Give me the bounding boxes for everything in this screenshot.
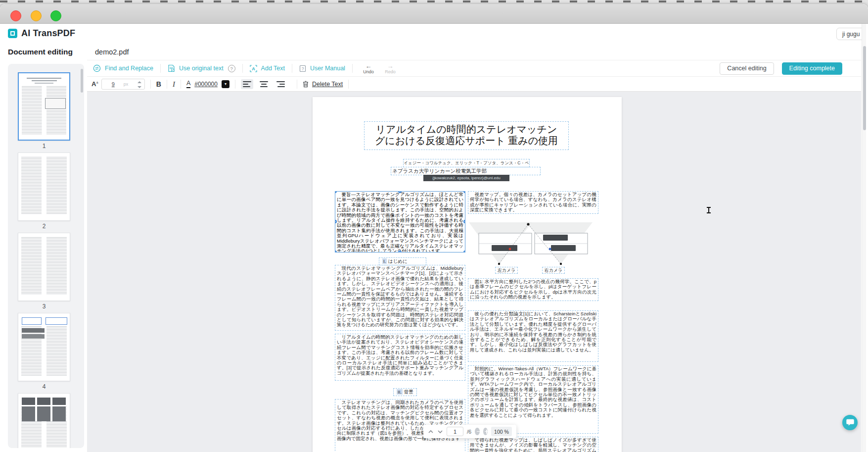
page-thumbnail-1[interactable] [18, 72, 70, 141]
doc-email-selected-text[interactable]: {jkowalczuk2, epsota, lperez}@unl.edu [423, 175, 509, 181]
doc-title-textbox[interactable]: リアルタイムの時間的ステレオマッチン グにおける反復適応サポート 重みの使用 [364, 121, 569, 150]
brand: AI TransPDF [8, 28, 75, 39]
use-original-text-button[interactable]: Use original text [168, 64, 224, 72]
color-swatch-dropdown[interactable]: ▾ [222, 80, 229, 88]
resize-handle[interactable] [335, 191, 337, 193]
page-thumbnail-4[interactable] [18, 313, 70, 381]
pdf-page: リアルタイムの時間的ステレオマッチン グにおける反復適応サポート 重みの使用 イ… [313, 97, 622, 452]
font-color-hex: #000000 [194, 81, 218, 88]
resize-handle[interactable] [463, 251, 465, 252]
resize-handle[interactable] [463, 220, 465, 223]
user-manual-label: User Manual [310, 65, 345, 72]
font-size-stepper[interactable] [137, 81, 142, 89]
section-heading-background[interactable]: II. 背景 [393, 388, 417, 396]
toolbar-divider [167, 80, 167, 89]
abstract-textbox-selected[interactable]: 要旨—ステレオマッチングアルゴリズムは、ほとんど常に単一の画像ペア間の一致を見つ… [335, 191, 465, 252]
manual-book-icon: ? [299, 65, 306, 72]
find-replace-label: Find and Replace [105, 65, 153, 72]
font-size-icon: A± [91, 80, 98, 88]
font-color-control[interactable]: A #000000 ▾ [186, 80, 229, 88]
page-number-label: 4 [18, 383, 70, 390]
undo-button[interactable]: ← Undo [360, 63, 377, 74]
font-size-unit: px [124, 82, 129, 87]
redo-arrow-icon: → [387, 63, 393, 69]
intro-paragraph-1[interactable]: 現代のステレオマッチングアルゴリズムは、Middleburyステレオパフォーマン… [335, 265, 465, 331]
page-thumbnail-5[interactable] [18, 393, 70, 448]
zoom-out-button[interactable] [475, 428, 479, 435]
thumb-diagram-box [46, 317, 67, 325]
page-number-label: 2 [18, 223, 70, 230]
main-scrollbar[interactable] [862, 24, 866, 452]
app-title: AI TransPDF [21, 28, 75, 39]
redo-button[interactable]: → Redo [381, 63, 399, 74]
figure-label-left-camera[interactable]: 左カメラ [495, 267, 518, 274]
find-and-replace-button[interactable]: Find and Replace [93, 64, 153, 72]
resize-handle[interactable] [398, 251, 402, 252]
stepper-down-icon[interactable] [137, 86, 141, 88]
page-number-label: 3 [18, 303, 70, 310]
stepper-up-icon[interactable] [137, 81, 141, 83]
thumb-image-strip [22, 328, 45, 333]
chat-bubble-icon [846, 419, 854, 426]
zoom-in-button[interactable] [483, 428, 488, 435]
align-left-icon [243, 81, 251, 87]
thumb-author-line [35, 83, 54, 84]
help-icon[interactable]: ? [228, 65, 235, 72]
close-window-button[interactable] [10, 10, 21, 21]
page-total-label: /6 [467, 429, 471, 435]
doc-authors-textbox[interactable]: イェジー・コワルチュク、エリック・T・プソタ、ランス・C・ペレス [403, 159, 530, 167]
main-scrollbar-thumb[interactable] [863, 46, 866, 130]
app-logo-icon [8, 29, 17, 38]
align-center-button[interactable] [258, 79, 270, 89]
right-top-paragraph[interactable]: 視差マップ。個々の視差は、カメラのセットアップの幾何学が知られている場合、すなわ… [468, 191, 598, 214]
align-right-button[interactable] [274, 79, 287, 89]
add-text-button[interactable]: A Add Text [250, 65, 285, 72]
toolbar-divider [181, 80, 181, 89]
align-left-button[interactable] [241, 79, 253, 89]
plus-icon [486, 430, 487, 434]
thumb-text-columns [22, 86, 66, 137]
doc-title-line2: グにおける反復適応サポート 重みの使用 [365, 135, 568, 147]
chat-support-button[interactable] [842, 415, 858, 430]
editing-toolbar: Find and Replace Use original text ? A A… [87, 60, 861, 92]
align-right-icon [276, 81, 285, 87]
section-number: I. [382, 258, 387, 264]
page-number-input[interactable] [447, 427, 463, 436]
editing-complete-button[interactable]: Editing complete [782, 62, 842, 75]
section-title: 背景 [403, 389, 413, 395]
user-manual-button[interactable]: ? User Manual [299, 65, 345, 72]
right-paragraph-2[interactable]: 対照的に、Winner-Takes-All（WTA）フレームワークに基づいて構築… [468, 365, 598, 434]
zoom-level[interactable]: 100 % [491, 427, 512, 436]
bold-button[interactable]: B [156, 80, 161, 88]
delete-text-button[interactable]: Delete Text [303, 81, 343, 88]
logo-inner-square [10, 31, 15, 36]
intro-paragraph-2[interactable]: リアルタイムの時間的ステレオマッチングのための新しい手法が提案されており、ステレ… [335, 334, 465, 381]
find-replace-icon [93, 64, 101, 72]
thumb-figure [45, 98, 66, 109]
page-thumbnail-3[interactable] [18, 233, 70, 301]
font-color-icon: A [186, 80, 190, 88]
right-paragraph-3[interactable]: て得られた視差マップは、しばしばノイズが多すぎて使用できませんが、ノイズの影響を… [468, 437, 598, 452]
minimize-window-button[interactable] [31, 10, 42, 21]
sidebar-scrollbar-thumb[interactable] [81, 69, 83, 93]
italic-button[interactable]: I [173, 80, 175, 89]
doc-affiliation-textbox[interactable]: ネブラスカ大学リンカーン校電気工学部 [391, 167, 541, 175]
next-page-button[interactable] [437, 430, 443, 434]
previous-page-button[interactable] [428, 430, 434, 434]
thumb-photo-row [22, 398, 66, 405]
undo-arrow-icon: ← [365, 63, 371, 69]
section-heading-introduction[interactable]: I. はじめに [379, 257, 426, 265]
resize-handle[interactable] [463, 191, 465, 193]
figure-caption[interactable]: 図1: 水平方向に整列した2つの視点の幾何学。ここで、pは基準フレームのピクセル… [468, 278, 598, 301]
page-thumbnail-2[interactable] [18, 152, 70, 221]
stereo-camera-diagram [468, 218, 598, 266]
app-window: AI TransPDF ji gugu Document editing dem… [0, 4, 868, 452]
resize-handle[interactable] [335, 251, 337, 252]
right-paragraph-1[interactable]: 彼らの優れた分類論文[1]において、ScharsteinとSzeliskiはステ… [468, 310, 598, 362]
cancel-editing-button[interactable]: Cancel editing [720, 62, 774, 75]
thumb-photo-row [22, 406, 66, 421]
figure-label-right-camera[interactable]: 右カメラ [542, 267, 565, 274]
font-size-input[interactable] [105, 80, 122, 89]
fullscreen-window-button[interactable] [50, 10, 61, 21]
toolbar-divider [292, 64, 292, 73]
